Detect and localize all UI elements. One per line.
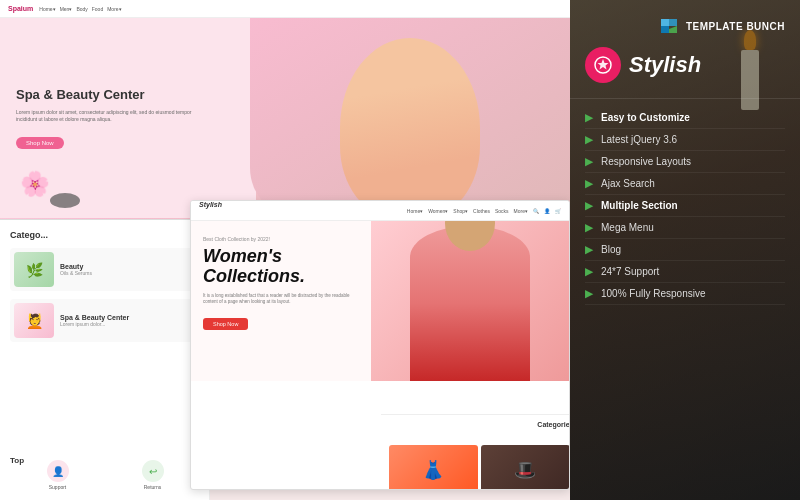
cat-image-2: 💆	[14, 303, 54, 338]
feature-label-2: Responsive Layouts	[601, 156, 691, 167]
spa-shop-btn[interactable]: Shop Now	[16, 137, 64, 149]
spa-hero-content: Spa & Beauty Center Lorem ipsum dolor si…	[0, 75, 220, 161]
feature-item-2: ▶ Responsive Layouts	[585, 151, 785, 173]
stylish-icon	[585, 47, 621, 83]
nav-more: More▾	[107, 6, 121, 12]
spa-nav: Spaium Home▾ Men▾ Body Food More▾	[0, 0, 570, 18]
spa-woman	[340, 38, 480, 218]
fashion-model-container	[371, 221, 569, 381]
spa-hero: Spa & Beauty Center Lorem ipsum dolor si…	[0, 18, 570, 218]
cat-text-2: Spa & Beauty Center Lorem ipsum dolor...	[60, 314, 129, 327]
arrow-icon-6: ▶	[585, 244, 593, 255]
arrow-icon-8: ▶	[585, 288, 593, 299]
cat-label-2: Spa & Beauty Center	[60, 314, 129, 321]
spa-nav-links: Home▾ Men▾ Body Food More▾	[39, 6, 121, 12]
arrow-icon-0: ▶	[585, 112, 593, 123]
cat-sub-2: Lorem ipsum dolor...	[60, 321, 129, 327]
nav-home: Home▾	[39, 6, 55, 12]
fn-shop: Shop▾	[453, 208, 468, 214]
cat-image-1: 🌿	[14, 252, 54, 287]
category-title: Catego...	[10, 230, 199, 240]
returns-icon-item: ↩ Returns	[142, 460, 164, 490]
feature-label-1: Latest jQuery 3.6	[601, 134, 677, 145]
fn-socks: Socks	[495, 208, 509, 214]
support-label: Support	[49, 484, 67, 490]
fashion-nav-links: Home▾ Women▾ Shop▾ Clothes Socks More▾ 🔍…	[407, 208, 561, 214]
feature-item-8: ▶ 100% Fully Responsive	[585, 283, 785, 305]
fashion-nav: Stylish Fashion Home▾ Women▾ Shop▾ Cloth…	[191, 201, 569, 221]
fn-search[interactable]: 🔍	[533, 208, 539, 214]
nav-food: Food	[92, 6, 103, 12]
cat-feat-1: 👗	[389, 445, 478, 490]
right-panel: TEMPLATE BUNCH Stylish ▶ Easy to Customi…	[570, 0, 800, 500]
returns-icon: ↩	[142, 460, 164, 482]
template-bunch-header: TEMPLATE BUNCH	[585, 15, 785, 37]
left-panel: Spaium Home▾ Men▾ Body Food More▾ Spa & …	[0, 0, 570, 500]
cat-features-title: Categories Features	[389, 421, 570, 428]
feature-item-1: ▶ Latest jQuery 3.6	[585, 129, 785, 151]
template-bunch-text: TEMPLATE BUNCH	[686, 21, 785, 32]
cat-feat-2: 🎩	[481, 445, 570, 490]
fashion-hero-desc: It is a long established fact that a rea…	[203, 293, 359, 307]
feature-label-0: Easy to Customize	[601, 112, 690, 123]
feature-item-6: ▶ Blog	[585, 239, 785, 261]
fn-clothes: Clothes	[473, 208, 490, 214]
spa-hero-image	[250, 18, 570, 218]
cat-label-1: Beauty	[60, 263, 92, 270]
support-icon-item: 👤 Support	[47, 460, 69, 490]
stylish-product-name: Stylish	[629, 52, 701, 78]
arrow-icon-7: ▶	[585, 266, 593, 277]
spa-hero-title: Spa & Beauty Center	[16, 87, 204, 104]
cat-sub-1: Oils & Serums	[60, 270, 92, 276]
fn-women: Women▾	[428, 208, 448, 214]
features-list: ▶ Easy to Customize ▶ Latest jQuery 3.6 …	[570, 99, 800, 500]
fashion-model-body	[410, 226, 530, 381]
spa-hero-text: Lorem ipsum dolor sit amet, consectetur …	[16, 109, 204, 123]
arrow-icon-1: ▶	[585, 134, 593, 145]
feature-item-5: ▶ Mega Menu	[585, 217, 785, 239]
cat-features-grid: 👗 🎩 💃 🌸	[389, 445, 570, 490]
top-label: Top	[10, 456, 24, 465]
fashion-badge: Best Cloth Collection by 2022!	[203, 236, 359, 242]
support-icon: 👤	[47, 460, 69, 482]
fashion-mockup: Stylish Fashion Home▾ Women▾ Shop▾ Cloth…	[190, 200, 570, 490]
category-item-1[interactable]: 🌿 Beauty Oils & Serums	[10, 248, 199, 291]
spa-logo: Spaium	[8, 5, 33, 12]
nav-body: Body	[76, 6, 87, 12]
feature-label-6: Blog	[601, 244, 621, 255]
arrow-icon-3: ▶	[585, 178, 593, 189]
category-item-2[interactable]: 💆 Spa & Beauty Center Lorem ipsum dolor.…	[10, 299, 199, 342]
bottom-icons: 👤 Support ↩ Returns	[0, 460, 210, 490]
fashion-model-head	[445, 221, 495, 251]
feature-label-8: 100% Fully Responsive	[601, 288, 706, 299]
fashion-logo: Stylish	[199, 201, 222, 208]
fn-user[interactable]: 👤	[544, 208, 550, 214]
flower-decoration: 🌸	[20, 170, 50, 198]
arrow-icon-5: ▶	[585, 222, 593, 233]
spa-mockup: Spaium Home▾ Men▾ Body Food More▾ Spa & …	[0, 0, 570, 220]
stylish-badge: Stylish	[585, 47, 785, 83]
fashion-hero: Best Cloth Collection by 2022! Women's C…	[191, 221, 569, 381]
fashion-hero-right	[371, 221, 569, 381]
arrow-icon-4: ▶	[585, 200, 593, 211]
feature-label-3: Ajax Search	[601, 178, 655, 189]
nav-men: Men▾	[60, 6, 73, 12]
feature-label-5: Mega Menu	[601, 222, 654, 233]
stylish-svg-icon	[593, 55, 613, 75]
stone-decoration	[50, 193, 80, 208]
fashion-hero-title: Women's Collections.	[203, 247, 359, 287]
feature-item-7: ▶ 24*7 Support	[585, 261, 785, 283]
cat-divider-icon: ⬥	[389, 433, 570, 442]
cat-text-1: Beauty Oils & Serums	[60, 263, 92, 276]
fashion-hero-left: Best Cloth Collection by 2022! Women's C…	[191, 221, 371, 381]
feature-item-4: ▶ Multiple Section	[585, 195, 785, 217]
feature-item-3: ▶ Ajax Search	[585, 173, 785, 195]
right-header: TEMPLATE BUNCH Stylish	[570, 0, 800, 99]
fn-home: Home▾	[407, 208, 423, 214]
fn-more: More▾	[514, 208, 528, 214]
returns-label: Returns	[144, 484, 162, 490]
categories-features: Categories Features ⬥ 👗 🎩 💃 🌸	[381, 414, 570, 489]
arrow-icon-2: ▶	[585, 156, 593, 167]
fn-cart[interactable]: 🛒	[555, 208, 561, 214]
fashion-shop-btn[interactable]: Shop Now	[203, 318, 248, 330]
